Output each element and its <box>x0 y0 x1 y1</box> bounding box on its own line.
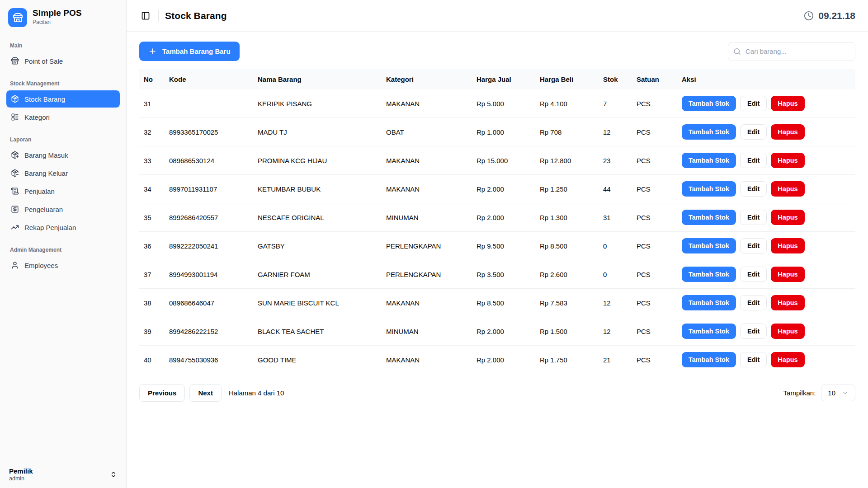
tambah-stok-button[interactable]: Tambah Stok <box>682 352 736 367</box>
page-size-select[interactable]: 10 <box>821 385 855 401</box>
tambah-stok-button[interactable]: Tambah Stok <box>682 267 736 282</box>
sidebar-item-stock-barang[interactable]: Stock Barang <box>6 90 120 108</box>
page-title: Stock Barang <box>165 10 227 21</box>
cell-satuan: PCS <box>632 118 677 146</box>
cell-harga-jual: Rp 8.500 <box>472 289 535 317</box>
cell-no: 35 <box>139 203 165 232</box>
table-row: 328993365170025MADU TJOBATRp 1.000Rp 708… <box>139 118 855 146</box>
tambah-stok-button[interactable]: Tambah Stok <box>682 96 736 111</box>
user-switcher[interactable]: Pemilik admin <box>6 464 120 483</box>
sidebar-item-pengeluaran[interactable]: Pengeluaran <box>6 201 120 218</box>
hapus-button[interactable]: Hapus <box>771 267 804 282</box>
sidebar-item-employees[interactable]: Employees <box>6 257 120 274</box>
sidebar-item-barang-masuk[interactable]: Barang Masuk <box>6 146 120 164</box>
cell-harga-jual: Rp 9.500 <box>472 232 535 260</box>
edit-button[interactable]: Edit <box>740 153 767 168</box>
sidebar-section-laporan: LaporanBarang MasukBarang KeluarPenjuala… <box>6 134 120 236</box>
package-icon <box>11 95 19 103</box>
cell-harga-jual: Rp 2.000 <box>472 203 535 232</box>
hapus-button[interactable]: Hapus <box>771 124 804 140</box>
cell-stok: 12 <box>599 289 632 317</box>
sidebar: Simple POS Pacitan MainPoint of SaleStoc… <box>0 0 127 488</box>
sidebar-nav: MainPoint of SaleStock ManagementStock B… <box>6 32 120 464</box>
sidebar-section-label: Stock Management <box>6 78 120 89</box>
hapus-button[interactable]: Hapus <box>771 181 804 197</box>
tambah-stok-button[interactable]: Tambah Stok <box>682 210 736 225</box>
hapus-button[interactable]: Hapus <box>771 238 804 253</box>
hapus-button[interactable]: Hapus <box>771 324 804 339</box>
edit-button[interactable]: Edit <box>740 238 767 253</box>
sidebar-item-label: Barang Keluar <box>24 169 68 177</box>
app-name: Simple POS <box>33 8 82 18</box>
cell-satuan: PCS <box>632 175 677 203</box>
cell-stok: 0 <box>599 232 632 260</box>
cell-harga-beli: Rp 12.800 <box>535 146 599 175</box>
cell-stok: 12 <box>599 118 632 146</box>
user-role: Pemilik <box>9 467 33 475</box>
cell-stok: 31 <box>599 203 632 232</box>
cell-nama: GATSBY <box>253 232 382 260</box>
cell-nama: NESCAFE ORIGINAL <box>253 203 382 232</box>
cell-kategori: MINUMAN <box>382 317 472 346</box>
cell-harga-beli: Rp 2.600 <box>535 260 599 289</box>
edit-button[interactable]: Edit <box>740 124 767 140</box>
tambah-stok-button[interactable]: Tambah Stok <box>682 153 736 168</box>
cell-kode: 089686530124 <box>165 146 253 175</box>
previous-page-button[interactable]: Previous <box>139 384 185 402</box>
cell-no: 40 <box>139 346 165 374</box>
hapus-button[interactable]: Hapus <box>771 210 804 225</box>
sidebar-item-barang-keluar[interactable]: Barang Keluar <box>6 164 120 182</box>
cell-aksi: Tambah StokEditHapus <box>677 146 855 175</box>
sidebar-item-penjualan[interactable]: Penjualan <box>6 183 120 200</box>
sidebar-item-point-of-sale[interactable]: Point of Sale <box>6 52 120 70</box>
edit-button[interactable]: Edit <box>740 295 767 310</box>
app-logo: Simple POS Pacitan <box>6 6 120 32</box>
cell-kode: 8994993001194 <box>165 260 253 289</box>
tambah-stok-button[interactable]: Tambah Stok <box>682 124 736 140</box>
sidebar-item-rekap-penjualan[interactable]: Rekap Penjualan <box>6 219 120 236</box>
package-minus-icon <box>11 169 19 177</box>
table-row: 358992686420557NESCAFE ORIGINALMINUMANRp… <box>139 203 855 232</box>
cell-no: 36 <box>139 232 165 260</box>
edit-button[interactable]: Edit <box>740 324 767 339</box>
table-row: 348997011931107KETUMBAR BUBUKMAKANANRp 2… <box>139 175 855 203</box>
hapus-button[interactable]: Hapus <box>771 153 804 168</box>
add-item-button-label: Tambah Barang Baru <box>162 47 231 55</box>
tambah-stok-button[interactable]: Tambah Stok <box>682 324 736 339</box>
hapus-button[interactable]: Hapus <box>771 295 804 310</box>
edit-button[interactable]: Edit <box>740 96 767 111</box>
edit-button[interactable]: Edit <box>740 267 767 282</box>
cell-harga-jual: Rp 15.000 <box>472 146 535 175</box>
tambah-stok-button[interactable]: Tambah Stok <box>682 181 736 197</box>
cell-stok: 21 <box>599 346 632 374</box>
cell-harga-jual: Rp 2.000 <box>472 175 535 203</box>
package-plus-icon <box>11 151 19 159</box>
hapus-button[interactable]: Hapus <box>771 96 804 111</box>
cell-nama: BLACK TEA SACHET <box>253 317 382 346</box>
edit-button[interactable]: Edit <box>740 181 767 197</box>
sidebar-item-kategori[interactable]: Kategori <box>6 108 120 126</box>
cell-aksi: Tambah StokEditHapus <box>677 89 855 118</box>
sidebar-section-main: MainPoint of Sale <box>6 40 120 70</box>
next-page-button[interactable]: Next <box>189 384 222 402</box>
tambah-stok-button[interactable]: Tambah Stok <box>682 295 736 310</box>
cell-harga-beli: Rp 4.100 <box>535 89 599 118</box>
sidebar-section-label: Laporan <box>6 134 120 145</box>
cell-aksi: Tambah StokEditHapus <box>677 260 855 289</box>
search-input[interactable] <box>728 42 855 61</box>
cell-satuan: PCS <box>632 317 677 346</box>
hapus-button[interactable]: Hapus <box>771 352 804 367</box>
edit-button[interactable]: Edit <box>740 352 767 367</box>
cell-nama: KERIPIK PISANG <box>253 89 382 118</box>
col-header-satuan: Satuan <box>632 69 677 89</box>
cell-harga-beli: Rp 1.250 <box>535 175 599 203</box>
sidebar-section-stock-management: Stock ManagementStock BarangKategori <box>6 78 120 126</box>
add-item-button[interactable]: Tambah Barang Baru <box>139 42 240 61</box>
cell-aksi: Tambah StokEditHapus <box>677 118 855 146</box>
edit-button[interactable]: Edit <box>740 210 767 225</box>
cell-harga-beli: Rp 708 <box>535 118 599 146</box>
tambah-stok-button[interactable]: Tambah Stok <box>682 238 736 253</box>
cell-satuan: PCS <box>632 346 677 374</box>
cell-satuan: PCS <box>632 232 677 260</box>
sidebar-toggle-icon[interactable] <box>139 9 152 22</box>
